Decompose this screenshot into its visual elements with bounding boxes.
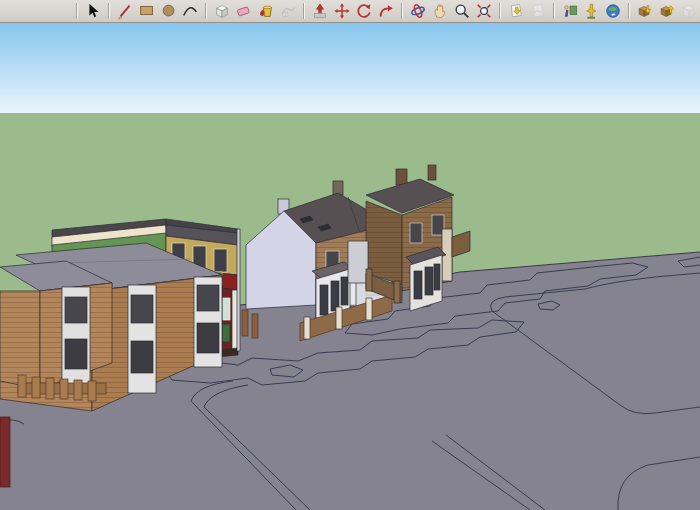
four-way-arrows-icon — [333, 2, 351, 20]
circular-arrows-icon — [355, 2, 373, 20]
toolbar-separator — [76, 3, 78, 19]
make-component-tool-button[interactable] — [211, 1, 233, 21]
push-pull-arrow-icon — [311, 2, 329, 20]
terrain-page-icon — [529, 2, 547, 20]
share-component-tool-button[interactable] — [678, 1, 700, 21]
preview-in-google-earth-tool-button[interactable] — [602, 1, 624, 21]
toolbar-separator — [499, 3, 501, 19]
arc-icon — [181, 2, 199, 20]
component-box-icon — [213, 2, 231, 20]
rotate-tool-button[interactable] — [353, 1, 375, 21]
select-tool-button[interactable] — [82, 1, 104, 21]
eraser-icon — [235, 2, 253, 20]
select-icon — [84, 2, 102, 20]
toolbar-separator — [401, 3, 403, 19]
magnifier-icon — [453, 2, 471, 20]
arc-tool-button[interactable] — [180, 1, 202, 21]
pale-box-icon — [680, 2, 698, 20]
offset-tool-button[interactable] — [375, 1, 397, 21]
rectangle-tool-button[interactable] — [136, 1, 158, 21]
pan-tool-button[interactable] — [429, 1, 451, 21]
toolbar-separator — [628, 3, 630, 19]
get-models-tool-button[interactable] — [634, 1, 656, 21]
photo-textures-tool-button[interactable] — [559, 1, 581, 21]
toolbar-separator — [303, 3, 305, 19]
main-toolbar — [0, 0, 700, 23]
sky — [0, 23, 700, 113]
pencil-icon — [116, 2, 134, 20]
follow-me-tool-button[interactable] — [277, 1, 299, 21]
paint-bucket-tool-button[interactable] — [255, 1, 277, 21]
eraser-tool-button[interactable] — [233, 1, 255, 21]
line-tool-button[interactable] — [114, 1, 136, 21]
toolbar-separator — [553, 3, 555, 19]
viewport-3d[interactable] — [0, 23, 700, 510]
follow-me-icon — [279, 2, 297, 20]
rectangle-icon — [138, 2, 156, 20]
get-current-view-tool-button[interactable] — [505, 1, 527, 21]
place-model-tool-button[interactable] — [581, 1, 603, 21]
orbit-tool-button[interactable] — [407, 1, 429, 21]
crate-download-icon — [636, 2, 654, 20]
yellow-figure-icon — [582, 2, 600, 20]
circle-tool-button[interactable] — [158, 1, 180, 21]
crate-upload-icon — [658, 2, 676, 20]
toolbar-separator — [205, 3, 207, 19]
toolbar-empty-dock-area — [2, 2, 72, 20]
toolbar-separator — [108, 3, 110, 19]
toggle-terrain-tool-button[interactable] — [527, 1, 549, 21]
offset-arrow-icon — [377, 2, 395, 20]
google-earth-globe-icon — [604, 2, 622, 20]
move-tool-button[interactable] — [331, 1, 353, 21]
figure-easel-icon — [561, 2, 579, 20]
page-down-arrow-icon — [507, 2, 525, 20]
hand-icon — [431, 2, 449, 20]
zoom-tool-button[interactable] — [451, 1, 473, 21]
zoom-extents-tool-button[interactable] — [473, 1, 495, 21]
circle-icon — [160, 2, 178, 20]
push-pull-tool-button[interactable] — [309, 1, 331, 21]
orbit-icon — [409, 2, 427, 20]
paint-bucket-icon — [257, 2, 275, 20]
share-model-tool-button[interactable] — [656, 1, 678, 21]
magnifier-extents-icon — [475, 2, 493, 20]
